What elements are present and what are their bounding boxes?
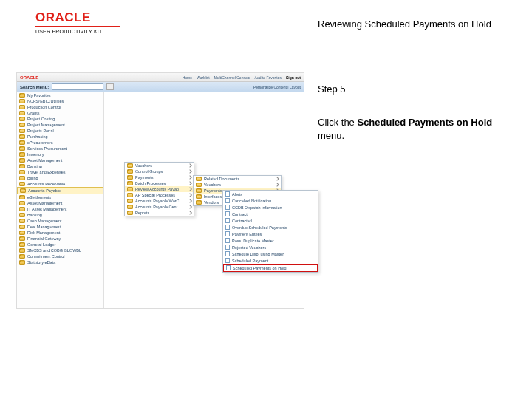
sidebar-item[interactable]: eSettlements [17, 194, 103, 200]
sidebar-item[interactable]: Billing [17, 175, 103, 181]
sidebar-item[interactable]: Production Control [17, 104, 103, 110]
flyout-item-label: Cancelled Notification [232, 199, 271, 203]
sidebar-item[interactable]: Accounts Receivable [17, 181, 103, 187]
sidebar-item[interactable]: My Favorites [17, 92, 103, 98]
folder-icon [19, 111, 25, 115]
document-icon [225, 258, 230, 263]
flyout-menu-item[interactable]: Control Groups [125, 168, 194, 174]
flyout-item-label: Vouchers [135, 163, 152, 168]
flyout-menu-item[interactable]: CCDB Dispatch Information [223, 204, 318, 211]
sidebar-item[interactable]: General Ledger [17, 242, 103, 248]
flyout-menu-item[interactable]: Vouchers [194, 182, 281, 188]
flyout-item-label: Reports [135, 211, 149, 215]
folder-icon [19, 219, 25, 223]
document-icon [225, 231, 230, 236]
sidebar-item[interactable]: Commitment Control [17, 253, 103, 259]
flyout-item-label: Payments [204, 188, 222, 193]
flyout-menu-item[interactable]: Poss. Duplicate Master [223, 237, 318, 244]
page-title: Reviewing Scheduled Payments on Hold [318, 18, 510, 31]
sidebar-item[interactable]: Inventory [17, 151, 103, 157]
folder-icon [19, 213, 25, 217]
personalize-links[interactable]: Personalize Content | Layout [253, 85, 301, 89]
sidebar-item[interactable]: Services Procurement [17, 146, 103, 151]
folder-icon [19, 93, 25, 98]
folder-icon [19, 254, 25, 259]
search-go-button[interactable] [106, 83, 114, 90]
flyout-menu-item[interactable]: AP Special Processes [125, 192, 194, 198]
sidebar-item[interactable]: SMCBS and COBG GLOWBL [17, 248, 103, 253]
flyout-menu-item[interactable]: Reports [125, 210, 194, 216]
toplink-signout[interactable]: Sign out [286, 75, 301, 80]
sidebar-item-label: Accounts Receivable [27, 182, 65, 186]
sidebar-item[interactable]: Grants [17, 110, 103, 116]
flyout-menu-item[interactable]: Accounts Payable WorC [125, 198, 194, 204]
folder-icon [127, 193, 133, 197]
flyout-item-label: Accounts Payable WorC [135, 199, 180, 203]
sidebar-item[interactable]: NCFS/GBIC Utilities [17, 98, 103, 104]
sidebar-item[interactable]: Cash Management [17, 218, 103, 224]
flyout-item-label: Review Accounts Payab [135, 187, 179, 191]
flyout-menu-item[interactable]: Contracted [223, 217, 318, 224]
chevron-right-icon [275, 177, 279, 181]
flyout-menu-item[interactable]: Contract [223, 211, 318, 217]
sidebar-item[interactable]: Banking [17, 212, 103, 218]
sidebar-item[interactable]: IT Asset Management [17, 206, 103, 212]
toplink-console[interactable]: MultiChannel Console [214, 75, 250, 80]
folder-icon [127, 205, 133, 209]
folder-icon [19, 260, 25, 265]
flyout-menu-item[interactable]: Payments [125, 174, 194, 180]
document-icon [225, 205, 230, 210]
flyout-item-label: Batch Processes [135, 181, 166, 185]
app-brand: ORACLE [20, 75, 38, 80]
flyout-menu-item[interactable]: Review Accounts Payab [125, 186, 194, 192]
sidebar-item[interactable]: Statutory eData [17, 259, 103, 265]
toplink-home[interactable]: Home [183, 75, 192, 80]
sidebar-item[interactable]: Travel and Expenses [17, 169, 103, 175]
sidebar-item[interactable]: Asset Management [17, 157, 103, 163]
sidebar-item[interactable]: Project Costing [17, 116, 103, 122]
sidebar-item[interactable]: Projects Portal [17, 128, 103, 134]
flyout-menu-item[interactable]: Overdue Scheduled Payments [223, 224, 318, 231]
folder-icon [196, 183, 202, 187]
flyout-item-label: Vendors [204, 200, 219, 205]
flyout-menu-item[interactable]: Cancelled Notification [223, 197, 318, 204]
flyout-menu-item[interactable]: Schedule Disp. using Master [223, 250, 318, 257]
flyout-menu-item[interactable]: Vouchers [125, 163, 194, 168]
sidebar-item-label: Projects Portal [27, 129, 54, 133]
flyout-item-label: Rejected Vouchers [232, 245, 266, 250]
folder-icon [196, 200, 202, 205]
instruction-post: menu. [318, 130, 344, 141]
sidebar-item[interactable]: eProcurement [17, 140, 103, 146]
sidebar-item[interactable]: Deal Management [17, 224, 103, 230]
toplink-worklist[interactable]: Worklist [197, 75, 210, 80]
sidebar-item[interactable]: Risk Management [17, 230, 103, 236]
toplink-favorites[interactable]: Add to Favorites [255, 75, 282, 80]
sidebar-item-label: My Favorites [27, 93, 50, 98]
sidebar-item[interactable]: Purchasing [17, 134, 103, 140]
chevron-right-icon [188, 175, 192, 180]
flyout-menu-item[interactable]: Accounts Payable Cent [125, 204, 194, 210]
flyout-menu-item[interactable]: Batch Processes [125, 180, 194, 186]
flyout-menu-item[interactable]: Payment Entries [223, 231, 318, 237]
flyout-menu-item[interactable]: Rejected Vouchers [223, 244, 318, 250]
flyout-menu-item[interactable]: Scheduled Payment [223, 257, 318, 264]
document-icon [225, 251, 230, 256]
sidebar-item-label: Statutory eData [27, 260, 55, 265]
sidebar-item[interactable]: Asset Management [17, 200, 103, 206]
sidebar-item[interactable]: Banking [17, 163, 103, 169]
flyout-menu-item[interactable]: Related Documents [194, 176, 281, 182]
sidebar-item[interactable]: Accounts Payable [17, 187, 103, 194]
sidebar-item-label: Deal Management [27, 225, 61, 229]
flyout-menu-item[interactable]: Alerts [223, 191, 318, 197]
document-icon [225, 238, 230, 243]
chevron-right-icon [188, 211, 192, 215]
sidebar-item-label: eProcurement [27, 140, 53, 145]
folder-icon [19, 129, 25, 133]
document-icon [225, 191, 230, 197]
flyout-menu-item[interactable]: Scheduled Payments on Hold [223, 264, 318, 272]
sidebar: My FavoritesNCFS/GBIC UtilitiesProductio… [17, 92, 104, 308]
flyout-item-label: Vouchers [204, 183, 221, 187]
sidebar-item[interactable]: Financial Gateway [17, 236, 103, 242]
search-input[interactable] [52, 83, 103, 90]
sidebar-item[interactable]: Project Management [17, 122, 103, 128]
